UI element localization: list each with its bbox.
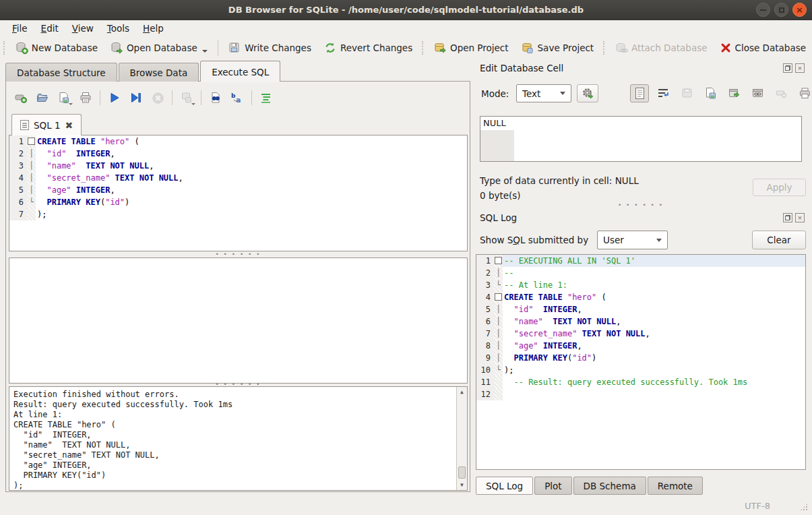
mode-value: Text — [522, 88, 540, 99]
code-line: 7); — [9, 208, 467, 220]
close-button[interactable]: × — [792, 3, 807, 17]
dock-tab-db-schema[interactable]: DB Schema — [573, 477, 646, 495]
float-panel-button[interactable] — [783, 63, 792, 73]
menu-tools[interactable]: Tools — [100, 22, 136, 35]
resize-grip-icon[interactable] — [800, 503, 808, 511]
revert-changes-button[interactable]: Revert Changes — [317, 38, 418, 57]
code-line: 1-- EXECUTING ALL IN 'SQL 1' — [476, 255, 805, 267]
print-cell-icon — [799, 87, 811, 100]
close-database-icon — [720, 42, 732, 54]
float-panel-button[interactable] — [783, 213, 792, 222]
link-cell-button[interactable] — [748, 84, 767, 102]
execute-all-button[interactable] — [105, 89, 124, 107]
save-sql-dropdown-icon[interactable] — [69, 103, 73, 105]
attach-database-icon — [615, 41, 628, 55]
code-line: 5│ "age" INTEGER, — [9, 184, 467, 196]
print-button[interactable] — [76, 89, 95, 107]
save-sql-file-icon — [57, 91, 71, 104]
toolbar-drag-handle[interactable] — [422, 41, 425, 55]
scroll-up-icon[interactable]: ▲ — [457, 387, 467, 397]
cell-settings-button[interactable] — [577, 84, 598, 102]
clear-log-button[interactable]: Clear — [752, 231, 806, 249]
cell-editor-toolbar — [630, 84, 812, 102]
menu-edit[interactable]: Edit — [34, 22, 65, 35]
results-pane[interactable] — [9, 258, 468, 384]
chevron-down-icon — [560, 92, 565, 95]
close-database-button[interactable]: Close Database — [714, 39, 812, 57]
open-database-dropdown-icon[interactable] — [202, 50, 208, 53]
cell-editor-margin — [480, 130, 514, 161]
print-cell-button[interactable] — [795, 84, 812, 102]
toolbar-drag-handle[interactable] — [603, 41, 606, 55]
dock-tab-remote[interactable]: Remote — [648, 477, 703, 495]
tab-execute-sql[interactable]: Execute SQL — [200, 61, 280, 82]
sql-document-tab[interactable]: SQL 1 ✖ — [11, 114, 82, 135]
menu-file[interactable]: File — [5, 22, 34, 35]
code-line: 5│ "id" INTEGER, — [476, 303, 805, 315]
save-sql-file-button[interactable] — [55, 89, 73, 107]
cell-value-editor[interactable]: NULL — [480, 116, 802, 162]
text-mode-button[interactable] — [630, 84, 649, 102]
word-wrap-button[interactable] — [654, 84, 673, 102]
cell-log-splitter[interactable]: • • • • • • — [476, 203, 806, 207]
export-cell-button[interactable] — [701, 84, 720, 102]
cell-type-info: Type of data currently in cell: NULL — [480, 175, 639, 186]
sql-tab-close-icon[interactable]: ✖ — [65, 121, 73, 130]
open-sql-file-icon — [36, 91, 49, 104]
format-sql-button[interactable] — [257, 89, 276, 107]
open-project-icon — [433, 41, 447, 55]
open-project-button[interactable]: Open Project — [427, 38, 515, 57]
window-title: DB Browser for SQLite - /home/user/code/… — [228, 5, 584, 15]
dock-tab-plot[interactable]: Plot — [534, 477, 571, 495]
sql-toolbar-separator — [251, 90, 252, 105]
execute-line-icon — [130, 92, 142, 104]
scrollbar-thumb[interactable] — [458, 466, 466, 479]
code-line: 3└-- At line 1: — [476, 279, 805, 291]
code-line: 7│ "secret_name" TEXT NOT NULL, — [476, 328, 805, 340]
code-line: 6│ "name" TEXT NOT NULL, — [476, 315, 805, 328]
menu-help[interactable]: Help — [136, 22, 170, 35]
find-button[interactable] — [206, 89, 225, 107]
titlebar: DB Browser for SQLite - /home/user/code/… — [0, 0, 812, 20]
sql-log-panel-title: SQL Log — [480, 212, 517, 223]
tab-database-structure[interactable]: Database Structure — [5, 63, 117, 82]
editor-results-splitter[interactable]: • • • • • • — [9, 252, 468, 256]
toolbar-drag-handle[interactable] — [3, 41, 7, 55]
sql-log-filter-combobox[interactable]: User — [597, 231, 668, 249]
save-project-button[interactable]: Save Project — [515, 38, 600, 57]
open-database-icon — [110, 41, 123, 55]
toolbar-separator — [218, 40, 218, 56]
save-results-button — [177, 89, 196, 107]
open-sql-tab-button[interactable] — [11, 89, 30, 107]
link-cell-icon — [751, 87, 764, 100]
dock-tab-sql-log[interactable]: SQL Log — [476, 477, 533, 495]
open-database-button[interactable]: Open Database — [104, 38, 214, 57]
minimize-button[interactable] — [756, 3, 770, 17]
write-changes-button[interactable]: Write Changes — [222, 38, 317, 57]
sql-log-view[interactable]: 1-- EXECUTING ALL IN 'SQL 1'2│--3└-- At … — [476, 254, 806, 470]
execution-log-scrollbar[interactable]: ▲ ▼ — [456, 387, 467, 490]
tab-browse-data[interactable]: Browse Data — [119, 63, 199, 82]
import-cell-icon — [681, 87, 693, 100]
apply-cell-button[interactable] — [724, 84, 743, 102]
execution-log[interactable]: Execution finished without errors. Resul… — [9, 386, 468, 491]
edit-cell-dock-buttons: × — [783, 63, 805, 73]
mode-combobox[interactable]: Text — [516, 84, 571, 102]
new-database-button[interactable]: New Database — [9, 38, 104, 57]
code-line: 1CREATE TABLE "hero" ( — [9, 135, 467, 148]
scroll-down-icon[interactable]: ▼ — [457, 480, 467, 490]
maximize-button[interactable] — [774, 3, 788, 17]
float-icon — [785, 65, 790, 71]
cell-value-text: NULL — [483, 118, 506, 128]
find-replace-button[interactable]: b a — [228, 89, 247, 107]
svg-text:a: a — [236, 96, 241, 104]
menu-view[interactable]: View — [65, 22, 100, 35]
sql-editor[interactable]: 1CREATE TABLE "hero" (2│ "id" INTEGER,3│… — [9, 135, 468, 251]
close-panel-button[interactable]: × — [795, 213, 805, 222]
close-panel-button[interactable]: × — [795, 63, 805, 73]
close-icon: × — [796, 5, 803, 14]
execute-line-button[interactable] — [127, 89, 146, 107]
sql-tab-label: SQL 1 — [34, 120, 61, 131]
set-null-button — [772, 84, 790, 102]
open-sql-file-button[interactable] — [33, 89, 52, 107]
